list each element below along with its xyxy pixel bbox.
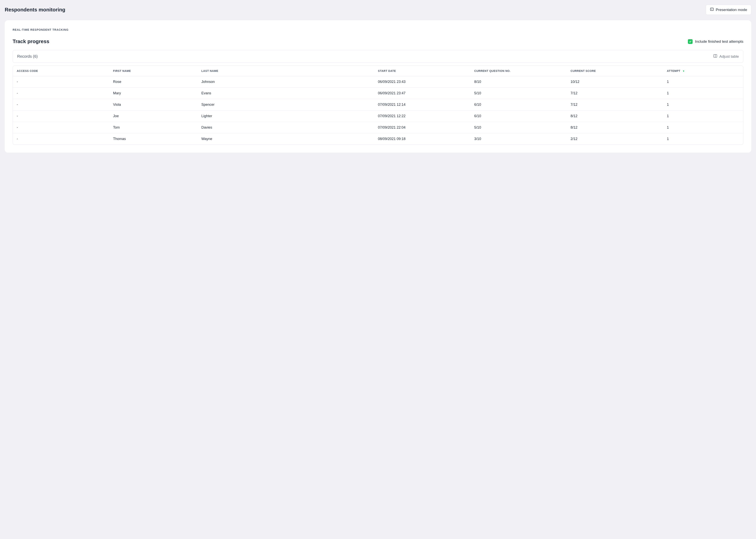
section-header: Track progress Include finished test att… [13,38,743,44]
cell-attempt: 1 [663,88,743,99]
column-header-access-code[interactable]: ACCESS CODE [13,66,109,76]
cell-last-name: Lighter [197,111,374,122]
cell-first-name: Viola [109,99,197,111]
cell-first-name: Rose [109,76,197,88]
cell-current-score: 8/12 [567,111,663,122]
cell-current-question: 5/10 [470,122,567,133]
cell-first-name: Tom [109,122,197,133]
cell-current-question: 6/10 [470,111,567,122]
table-row[interactable]: -ViolaSpencer07/09/2021 12:146/107/121 [13,99,743,111]
cell-access-code: - [13,111,109,122]
table-header-row: ACCESS CODE FIRST NAME LAST NAME START D… [13,66,743,76]
column-header-attempt[interactable]: ATTEMPT ▼ [663,66,743,76]
cell-last-name: Davies [197,122,374,133]
column-header-current-question[interactable]: CURRENT QUESTION NO. [470,66,567,76]
cell-first-name: Joe [109,111,197,122]
cell-attempt: 1 [663,99,743,111]
cell-first-name: Mary [109,88,197,99]
tracking-card: REAL-TIME RESPONDENT TRACKING Track prog… [5,20,751,153]
cell-attempt: 1 [663,122,743,133]
cell-current-question: 3/10 [470,133,567,145]
cell-current-score: 7/12 [567,88,663,99]
cell-attempt: 1 [663,76,743,88]
table-row[interactable]: -MaryEvans06/09/2021 23:475/107/121 [13,88,743,99]
cell-last-name: Evans [197,88,374,99]
presentation-mode-button[interactable]: Presentation mode [706,5,751,15]
cell-start-date: 06/09/2021 23:43 [374,76,470,88]
cell-start-date: 07/09/2021 12:14 [374,99,470,111]
cell-current-question: 8/10 [470,76,567,88]
cell-start-date: 08/09/2021 09:18 [374,133,470,145]
cell-last-name: Spencer [197,99,374,111]
cell-attempt: 1 [663,133,743,145]
column-header-current-score[interactable]: CURRENT SCORE [567,66,663,76]
cell-access-code: - [13,133,109,145]
cell-current-score: 2/12 [567,133,663,145]
cell-start-date: 06/09/2021 23:47 [374,88,470,99]
cell-current-score: 7/12 [567,99,663,111]
cell-start-date: 07/09/2021 12:22 [374,111,470,122]
section-label: REAL-TIME RESPONDENT TRACKING [13,28,743,31]
records-count: Records (6) [17,54,37,59]
cell-attempt: 1 [663,111,743,122]
table-body: -RoseJohnson06/09/2021 23:438/1010/121-M… [13,76,743,145]
respondents-table-container: ACCESS CODE FIRST NAME LAST NAME START D… [13,66,743,145]
column-header-last-name[interactable]: LAST NAME [197,66,374,76]
table-row[interactable]: -ThomasWayne08/09/2021 09:183/102/121 [13,133,743,145]
table-row[interactable]: -TomDavies07/09/2021 22:045/108/121 [13,122,743,133]
adjust-table-button[interactable]: Adjust table [713,54,739,59]
cell-current-question: 6/10 [470,99,567,111]
table-row[interactable]: -RoseJohnson06/09/2021 23:438/1010/121 [13,76,743,88]
cell-access-code: - [13,76,109,88]
cell-last-name: Johnson [197,76,374,88]
table-row[interactable]: -JoeLighter07/09/2021 12:226/108/121 [13,111,743,122]
column-header-start-date[interactable]: START DATE [374,66,470,76]
cell-current-score: 8/12 [567,122,663,133]
checkbox-checked-icon [688,39,693,44]
include-finished-label: Include finished test attempts [695,39,743,44]
columns-icon [713,54,718,59]
page-header: Respondents monitoring Presentation mode [5,5,751,15]
cell-last-name: Wayne [197,133,374,145]
column-header-first-name[interactable]: FIRST NAME [109,66,197,76]
column-header-attempt-label: ATTEMPT [667,69,680,72]
cell-access-code: - [13,88,109,99]
include-finished-toggle[interactable]: Include finished test attempts [688,39,743,44]
cell-access-code: - [13,122,109,133]
adjust-table-label: Adjust table [720,54,739,59]
play-icon [710,7,714,12]
cell-current-question: 5/10 [470,88,567,99]
presentation-mode-label: Presentation mode [716,8,747,12]
records-bar: Records (6) Adjust table [13,50,743,63]
sort-descending-icon: ▼ [682,70,685,72]
section-title: Track progress [13,38,49,44]
cell-access-code: - [13,99,109,111]
cell-current-score: 10/12 [567,76,663,88]
respondents-table: ACCESS CODE FIRST NAME LAST NAME START D… [13,66,743,145]
cell-start-date: 07/09/2021 22:04 [374,122,470,133]
page-title: Respondents monitoring [5,7,65,13]
cell-first-name: Thomas [109,133,197,145]
